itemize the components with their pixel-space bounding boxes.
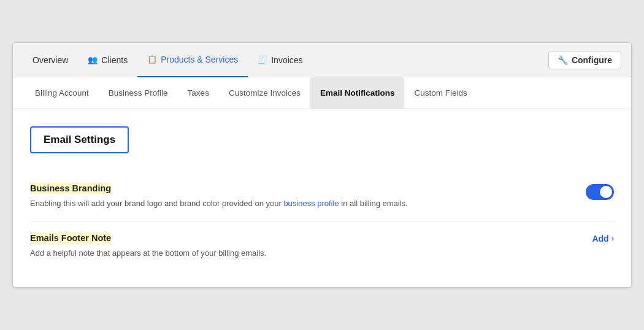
business-branding-header: Business Branding Enabling this will add… [30, 183, 614, 210]
nav-item-clients[interactable]: 👥 Clients [78, 43, 137, 77]
business-branding-toggle[interactable] [586, 184, 614, 200]
nav-item-products[interactable]: 📋 Products & Services [137, 43, 248, 77]
sub-nav: Billing Account Business Profile Taxes C… [13, 77, 631, 109]
email-settings-box: Email Settings [30, 126, 129, 153]
invoices-icon: 🧾 [258, 55, 267, 64]
nav-item-invoices[interactable]: 🧾 Invoices [248, 43, 312, 77]
desc-before: Enabling this will add your brand logo a… [30, 199, 283, 208]
emails-footer-header: Emails Footer Note Add a helpful note th… [30, 232, 614, 259]
configure-icon: 🔧 [558, 55, 568, 65]
business-branding-toggle-wrapper [586, 184, 614, 200]
desc-after: in all billing emails. [339, 199, 408, 208]
email-settings-title: Email Settings [44, 134, 115, 145]
top-nav: Overview 👥 Clients 📋 Products & Services… [13, 43, 631, 77]
nav-item-overview[interactable]: Overview [23, 43, 78, 77]
business-branding-section: Business Branding Enabling this will add… [30, 172, 614, 221]
app-container: Overview 👥 Clients 📋 Products & Services… [12, 42, 632, 288]
emails-footer-desc: Add a helpful note that appears at the b… [30, 247, 582, 259]
clients-icon: 👥 [88, 55, 98, 64]
emails-footer-left: Emails Footer Note Add a helpful note th… [30, 232, 582, 259]
emails-footer-section: Emails Footer Note Add a helpful note th… [30, 221, 614, 271]
tab-taxes[interactable]: Taxes [178, 77, 219, 109]
configure-button[interactable]: 🔧 Configure [548, 51, 621, 69]
products-icon: 📋 [147, 55, 157, 64]
products-label: Products & Services [161, 55, 238, 64]
main-content: Email Settings Business Branding Enablin… [13, 109, 631, 287]
overview-label: Overview [33, 55, 68, 65]
configure-label: Configure [572, 55, 612, 65]
business-profile-link[interactable]: business profile [283, 199, 339, 208]
tab-email-notifications[interactable]: Email Notifications [310, 77, 405, 109]
tab-customize-invoices[interactable]: Customize Invoices [219, 77, 310, 109]
chevron-right-icon: › [611, 234, 614, 243]
clients-label: Clients [101, 55, 128, 65]
invoices-label: Invoices [271, 55, 302, 65]
tab-billing-account[interactable]: Billing Account [25, 77, 99, 109]
business-branding-desc: Enabling this will add your brand logo a… [30, 198, 576, 210]
top-nav-items: Overview 👥 Clients 📋 Products & Services… [23, 43, 548, 77]
add-label: Add [592, 234, 608, 244]
business-branding-title: Business Branding [30, 183, 111, 194]
business-branding-left: Business Branding Enabling this will add… [30, 183, 576, 210]
toggle-thumb [600, 186, 612, 198]
emails-footer-title: Emails Footer Note [30, 232, 111, 244]
tab-business-profile[interactable]: Business Profile [99, 77, 178, 109]
add-footer-note-button[interactable]: Add › [592, 234, 614, 244]
tab-custom-fields[interactable]: Custom Fields [404, 77, 477, 109]
